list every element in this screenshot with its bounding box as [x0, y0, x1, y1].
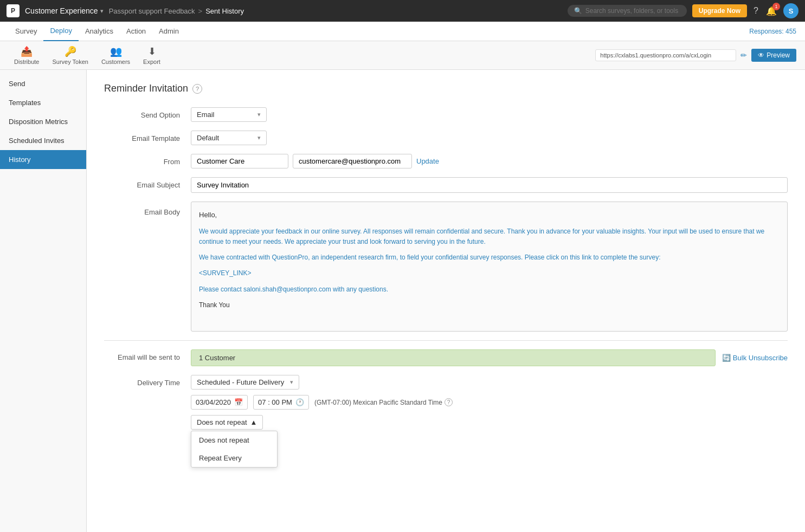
delivery-control: Scheduled - Future Delivery ▾ 03/04/2020… [191, 375, 788, 430]
delivery-select[interactable]: Scheduled - Future Delivery ▾ [191, 375, 299, 390]
time-picker[interactable]: 07 : 00 PM 🕐 [253, 395, 309, 410]
body-row: Email Body Hello, We would appreciate yo… [104, 202, 788, 332]
datetime-row: 03/04/2020 📅 07 : 00 PM 🕐 (GMT-07:00) Me… [191, 395, 788, 410]
toolbar-right: https://cxlabs1.questionpro.com/a/cxLogi… [595, 49, 796, 62]
unsubscribe-icon: 🔄 [722, 354, 731, 362]
from-email-input[interactable] [293, 154, 412, 168]
app-chevron-icon: ▾ [100, 8, 104, 15]
delivery-row: Delivery Time Scheduled - Future Deliver… [104, 375, 788, 430]
recipients-inner: 1 Customer 🔄 Bulk Unsubscribe [191, 349, 788, 366]
sidebar: Send Templates Disposition Metrics Sched… [0, 70, 87, 532]
from-row: From Update [104, 154, 788, 168]
from-inputs: Update [191, 154, 788, 168]
delivery-options: Scheduled - Future Delivery ▾ [191, 375, 788, 390]
send-option-chevron-icon: ▾ [257, 111, 261, 118]
responses-count: Responses: 455 [749, 28, 796, 35]
upgrade-button[interactable]: Upgrade Now [692, 4, 747, 17]
clock-icon: 🕐 [295, 398, 304, 406]
email-template-chevron-icon: ▾ [257, 134, 261, 141]
survey-token-button[interactable]: 🔑 Survey Token [47, 43, 93, 67]
recipients-box: 1 Customer [191, 349, 716, 366]
subject-control [191, 177, 788, 193]
body-hello: Hello, [199, 210, 780, 221]
sidebar-item-send[interactable]: Send [0, 74, 86, 93]
breadcrumb-current: Sent History [205, 7, 244, 15]
send-option-control: Email ▾ [191, 107, 788, 122]
timezone-label: (GMT-07:00) Mexican Pacific Standard Tim… [314, 398, 453, 406]
email-template-control: Default ▾ [191, 131, 788, 145]
body-control: Hello, We would appreciate your feedback… [191, 202, 788, 332]
delivery-label: Delivery Time [104, 375, 191, 387]
calendar-icon: 📅 [234, 398, 243, 406]
top-bar-right: 🔍 Upgrade Now ? 🔔 1 S [568, 3, 798, 18]
recipients-control: 1 Customer 🔄 Bulk Unsubscribe [191, 349, 788, 366]
app-logo: P [7, 4, 20, 17]
body-para2: We have contracted with QuestionPro, an … [199, 252, 780, 263]
email-template-select[interactable]: Default ▾ [191, 131, 267, 145]
repeat-option-does-not-repeat[interactable]: Does not repeat [191, 431, 277, 449]
nav-deploy[interactable]: Deploy [43, 22, 78, 41]
breadcrumb-parent[interactable]: Passport support Feedback [109, 7, 195, 15]
body-contact: Please contact saloni.shah@questionpro.c… [199, 284, 780, 295]
search-input[interactable] [585, 7, 680, 15]
divider [104, 340, 788, 341]
export-button[interactable]: ⬇ Export [138, 43, 166, 67]
send-option-label: Send Option [104, 107, 191, 119]
nav-admin[interactable]: Admin [152, 22, 185, 41]
survey-url: https://cxlabs1.questionpro.com/a/cxLogi… [595, 49, 736, 61]
repeat-option-repeat-every[interactable]: Repeat Every [191, 449, 277, 467]
from-name-input[interactable] [191, 154, 288, 168]
customers-icon: 👥 [110, 46, 122, 57]
sidebar-item-scheduled-invites[interactable]: Scheduled Invites [0, 131, 86, 150]
distribute-button[interactable]: 📤 Distribute [9, 43, 44, 67]
delivery-chevron-icon: ▾ [290, 379, 293, 386]
repeat-container: Does not repeat ▲ Does not repeat Repeat… [191, 410, 263, 430]
survey-token-icon: 🔑 [65, 46, 76, 57]
send-option-row: Send Option Email ▾ [104, 107, 788, 122]
app-name: Customer Experience ▾ [25, 7, 104, 15]
secondary-nav: Survey Deploy Analytics Action Admin Res… [0, 22, 805, 41]
page-help-icon[interactable]: ? [192, 84, 202, 94]
email-template-row: Email Template Default ▾ [104, 131, 788, 145]
body-para1: We would appreciate your feedback in our… [199, 226, 780, 247]
bulk-unsubscribe-link[interactable]: 🔄 Bulk Unsubscribe [722, 354, 788, 362]
preview-icon: 👁 [758, 51, 764, 59]
repeat-chevron-up-icon: ▲ [250, 418, 257, 426]
email-template-label: Email Template [104, 131, 191, 142]
top-bar: P Customer Experience ▾ Passport support… [0, 0, 805, 22]
search-icon: 🔍 [574, 7, 582, 15]
nav-analytics[interactable]: Analytics [79, 22, 120, 41]
date-picker[interactable]: 03/04/2020 📅 [191, 395, 248, 410]
timezone-help-icon[interactable]: ? [445, 398, 453, 406]
email-body[interactable]: Hello, We would appreciate your feedback… [191, 202, 788, 332]
sidebar-item-templates[interactable]: Templates [0, 93, 86, 112]
help-button[interactable]: ? [752, 5, 759, 17]
send-option-select[interactable]: Email ▾ [191, 107, 267, 122]
sidebar-item-history[interactable]: History [0, 150, 86, 169]
repeat-toggle[interactable]: Does not repeat ▲ [191, 415, 263, 430]
export-icon: ⬇ [148, 46, 156, 57]
breadcrumb-separator: > [198, 7, 203, 15]
page-title: Reminder Invitation ? [104, 83, 788, 94]
nav-survey[interactable]: Survey [9, 22, 43, 41]
recipients-label: Email will be sent to [104, 349, 191, 361]
main-content: Reminder Invitation ? Send Option Email … [87, 70, 805, 532]
notification-button[interactable]: 🔔 1 [765, 5, 778, 17]
nav-action[interactable]: Action [120, 22, 152, 41]
from-control: Update [191, 154, 788, 168]
recipients-row: Email will be sent to 1 Customer 🔄 Bulk … [104, 349, 788, 366]
update-link[interactable]: Update [416, 157, 439, 165]
from-label: From [104, 154, 191, 166]
breadcrumb: Passport support Feedback > Sent History [109, 7, 244, 15]
layout: Send Templates Disposition Metrics Sched… [0, 70, 805, 532]
preview-button[interactable]: 👁 Preview [751, 49, 796, 62]
body-label: Email Body [104, 202, 191, 216]
subject-input[interactable] [191, 177, 788, 193]
body-survey-link: <SURVEY_LINK> [199, 268, 780, 278]
edit-url-button[interactable]: ✏ [740, 51, 747, 60]
user-avatar[interactable]: S [783, 3, 798, 18]
customers-button[interactable]: 👥 Customers [96, 43, 136, 67]
sidebar-item-disposition-metrics[interactable]: Disposition Metrics [0, 112, 86, 131]
search-box[interactable]: 🔍 [568, 5, 687, 17]
body-thanks: Thank You [199, 300, 780, 310]
